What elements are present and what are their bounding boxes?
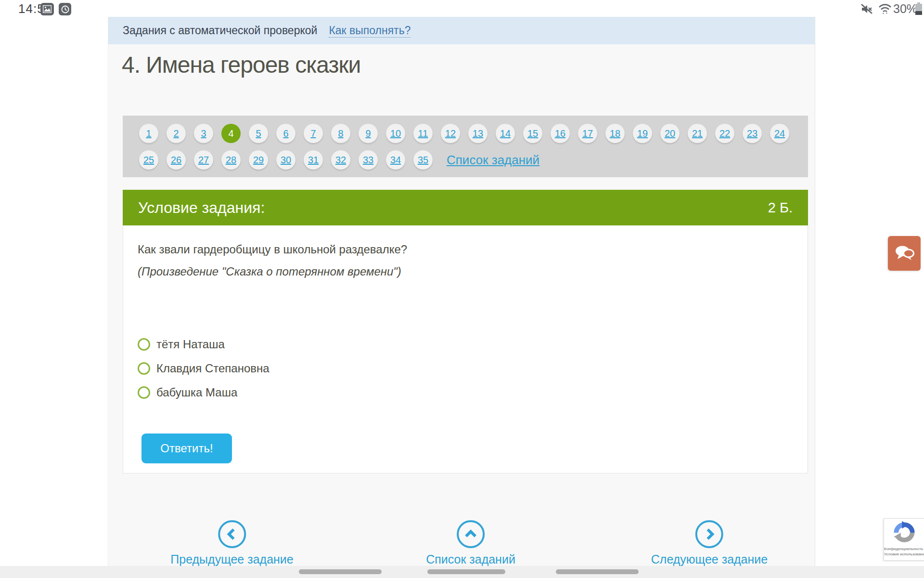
task-number-3[interactable]: 3 [194,124,213,143]
option-row-2[interactable]: Клавдия Степановна [138,359,270,377]
task-number-label: 29 [253,155,264,166]
task-number-32[interactable]: 32 [331,150,350,170]
chat-widget-button[interactable] [888,236,921,271]
task-number-12[interactable]: 12 [441,124,460,143]
task-number-label: 3 [201,128,206,139]
task-number-label: 8 [338,128,343,139]
task-number-22[interactable]: 22 [715,124,734,143]
task-number-4[interactable]: 4 [221,124,241,143]
next-task-label[interactable]: Следующее задание [651,552,768,566]
task-number-label: 16 [555,128,565,139]
nav-pill-back[interactable] [556,569,639,574]
chevron-left-icon [226,527,238,541]
battery-percent-label: 30% [893,2,917,16]
task-number-13[interactable]: 13 [468,124,488,143]
task-number-15[interactable]: 15 [523,124,542,143]
task-number-17[interactable]: 17 [578,124,597,143]
task-number-label: 4 [228,128,233,139]
task-number-6[interactable]: 6 [276,124,295,143]
task-number-label: 31 [308,155,319,166]
option-label: бабушка Маша [156,386,237,399]
task-number-5[interactable]: 5 [249,124,268,143]
question-text: Как звали гардеробщицу в школьной раздев… [138,243,407,256]
task-number-label: 12 [445,128,456,139]
task-number-26[interactable]: 26 [167,150,186,170]
battery-icon [915,2,923,17]
mute-icon [860,3,873,17]
clock-notification-icon [59,3,71,15]
task-number-label: 18 [610,128,620,139]
task-number-16[interactable]: 16 [551,124,570,143]
task-number-25[interactable]: 25 [139,150,158,170]
task-number-29[interactable]: 29 [249,150,268,170]
task-card: Как звали гардеробщицу в школьной раздев… [123,225,808,473]
answer-button[interactable]: Ответить! [141,434,232,463]
task-number-24[interactable]: 24 [770,124,789,143]
task-number-label: 24 [774,128,785,139]
radio-button[interactable] [138,362,150,375]
task-number-label: 15 [527,128,538,139]
option-label: Клавдия Степановна [156,362,270,375]
task-number-label: 23 [747,128,757,139]
nav-pill-recents[interactable] [299,569,382,574]
option-label: тётя Наташа [156,338,225,351]
task-number-27[interactable]: 27 [194,150,213,170]
task-list-button[interactable] [457,520,485,548]
task-number-18[interactable]: 18 [605,124,625,143]
prev-task-nav[interactable]: Предыдущее задание [170,520,293,566]
task-number-28[interactable]: 28 [221,150,241,170]
prev-task-button[interactable] [218,520,246,548]
next-task-nav[interactable]: Следующее задание [651,520,768,566]
page-title: 4. Имена героев сказки [122,52,360,78]
task-number-21[interactable]: 21 [688,124,707,143]
recaptcha-privacy-link[interactable]: Конфиденциальность - [884,546,924,552]
task-number-label: 32 [335,155,346,166]
main-content: Задания с автоматической проверкой Как в… [108,17,815,566]
task-number-2[interactable]: 2 [167,124,186,143]
task-list-link[interactable]: Список заданий [447,150,539,170]
task-number-20[interactable]: 20 [660,124,680,143]
task-list-label[interactable]: Список заданий [426,552,515,566]
recaptcha-icon [890,521,918,544]
task-number-label: 20 [665,128,675,139]
next-task-button[interactable] [695,520,723,548]
nav-pill-home[interactable] [427,569,505,574]
recaptcha-terms-link[interactable]: Условия использования [884,552,924,557]
condition-label: Условие задания: [138,199,265,217]
task-number-35[interactable]: 35 [413,150,433,170]
task-number-label: 30 [281,155,291,166]
task-number-label: 10 [390,128,401,139]
task-number-label: 6 [283,128,288,139]
task-pagination: 1234567891011121314151617181920212223242… [123,116,808,177]
task-number-33[interactable]: 33 [359,150,378,170]
task-list-nav[interactable]: Список заданий [426,520,515,566]
task-number-label: 9 [365,128,371,139]
task-number-label: 26 [171,155,181,166]
radio-button[interactable] [138,338,150,351]
task-number-8[interactable]: 8 [331,124,350,143]
task-number-30[interactable]: 30 [276,150,295,170]
task-number-31[interactable]: 31 [304,150,323,170]
option-row-3[interactable]: бабушка Маша [138,383,270,401]
status-bar: 14:57 30% [0,0,924,17]
task-number-1[interactable]: 1 [139,124,158,143]
how-to-link[interactable]: Как выполнять? [329,24,411,38]
task-number-9[interactable]: 9 [359,124,378,143]
recaptcha-badge[interactable]: Конфиденциальность - Условия использован… [884,518,924,561]
task-number-label: 22 [719,128,730,139]
task-number-34[interactable]: 34 [386,150,405,170]
task-number-10[interactable]: 10 [386,124,405,143]
wifi-icon [878,3,892,17]
task-number-19[interactable]: 19 [633,124,652,143]
task-number-23[interactable]: 23 [743,124,762,143]
task-number-14[interactable]: 14 [496,124,515,143]
prev-task-label[interactable]: Предыдущее задание [170,552,293,566]
task-number-7[interactable]: 7 [304,124,323,143]
android-navigation-bar [0,566,924,578]
option-row-1[interactable]: тётя Наташа [138,335,270,353]
task-number-11[interactable]: 11 [413,124,433,143]
radio-button[interactable] [138,386,150,399]
task-number-label: 17 [582,128,593,139]
task-number-label: 27 [198,155,209,166]
task-number-label: 11 [418,128,428,139]
